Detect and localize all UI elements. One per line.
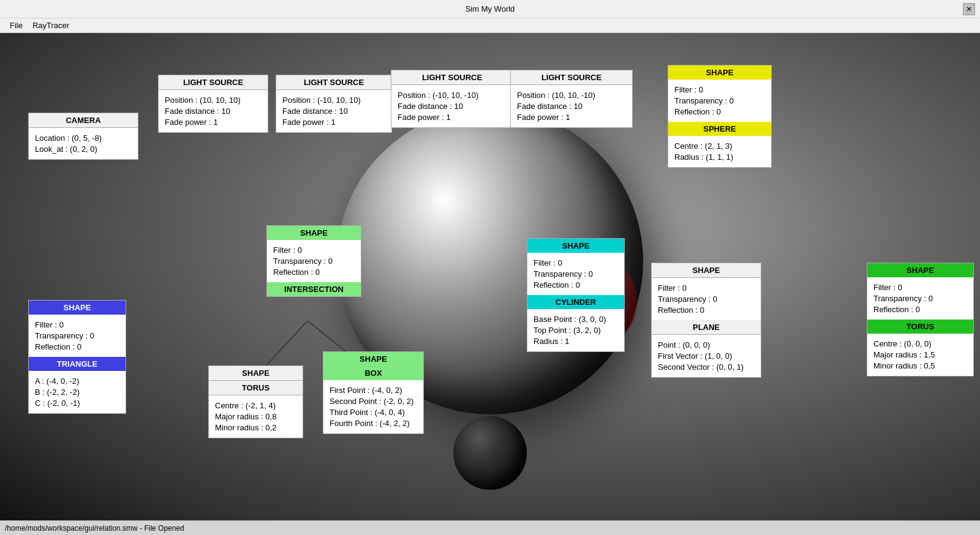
plane-second-vector: Second Vector : (0, 0, 1) bbox=[658, 362, 755, 372]
torus-outer-shape-header: SHAPE bbox=[867, 263, 973, 277]
ls3-fade-power: Fade power : 1 bbox=[398, 113, 507, 122]
intersection-shape-header: SHAPE bbox=[267, 226, 361, 240]
ls1-position: Position : (10, 10, 10) bbox=[165, 95, 262, 105]
ls1-fade-dist: Fade distance : 10 bbox=[165, 107, 262, 116]
cylinder-shape-header: SHAPE bbox=[527, 239, 624, 253]
ls3-position: Position : (-10, 10, -10) bbox=[398, 91, 507, 100]
torus-outer-minor: Minor radius : 0,5 bbox=[873, 361, 967, 370]
light-source-3: LIGHT SOURCE Position : (-10, 10, -10) F… bbox=[391, 70, 513, 128]
box-third-point: Third Point : (-4, 0, 4) bbox=[330, 408, 417, 417]
plane-filter: Filter : 0 bbox=[658, 283, 755, 293]
shape-sphere-transparency: Transparency : 0 bbox=[674, 96, 765, 105]
torus-outer-transparency: Transparency : 0 bbox=[873, 294, 967, 303]
cylinder-radius: Radius : 1 bbox=[533, 337, 618, 346]
cylinder-reflection: Reflection : 0 bbox=[533, 280, 618, 290]
plane-transparency: Transparency : 0 bbox=[658, 294, 755, 304]
light-source-1: LIGHT SOURCE Position : (10, 10, 10) Fad… bbox=[158, 75, 268, 133]
plane-reflection: Reflection : 0 bbox=[658, 305, 755, 315]
shape-sphere-shape-header: SHAPE bbox=[668, 65, 771, 80]
ls4-position: Position : (10, 10, -10) bbox=[517, 91, 626, 100]
sphere-radius: Radius : (1, 1, 1) bbox=[674, 152, 765, 162]
status-text: /home/mods/workspace/gui/relation.smw - … bbox=[5, 524, 184, 533]
shape-sphere-card: SHAPE Filter : 0 Transparency : 0 Reflec… bbox=[668, 65, 772, 168]
shape-box-card: SHAPE BOX First Point : (-4, 0, 2) Secon… bbox=[323, 351, 424, 434]
torus-outer-reflection: Reflection : 0 bbox=[873, 305, 967, 314]
camera-header: CAMERA bbox=[29, 113, 138, 128]
torus-inner-subheader: TORUS bbox=[209, 381, 303, 395]
window-title: Sim My World bbox=[466, 4, 515, 13]
light-source-4: LIGHT SOURCE Position : (10, 10, -10) Fa… bbox=[510, 70, 633, 128]
cylinder-base-point: Base Point : (3, 0, 0) bbox=[533, 315, 618, 324]
sphere-centre: Centre : (2, 1, 3) bbox=[674, 141, 765, 151]
cylinder-top-point: Top Point : (3, 2, 0) bbox=[533, 326, 618, 335]
menu-file[interactable]: File bbox=[5, 21, 28, 30]
ls4-fade-dist: Fade distance : 10 bbox=[517, 102, 626, 111]
ls2-header: LIGHT SOURCE bbox=[276, 75, 391, 90]
close-button[interactable]: ✕ bbox=[963, 3, 975, 15]
shape-triangle-card: SHAPE Filter : 0 Transparency : 0 Reflec… bbox=[28, 300, 126, 414]
box-subheader: BOX bbox=[323, 366, 423, 380]
plane-subheader: PLANE bbox=[652, 320, 761, 335]
triangle-reflection: Reflection : 0 bbox=[35, 342, 119, 351]
torus-outer-major: Major radius : 1,5 bbox=[873, 350, 967, 359]
intersection-reflection: Reflection : 0 bbox=[273, 268, 355, 277]
torus-outer-subheader: TORUS bbox=[867, 320, 973, 334]
box-second-point: Second Point : (-2, 0, 2) bbox=[330, 397, 417, 406]
ls2-position: Position : (-10, 10, 10) bbox=[282, 95, 385, 105]
ls1-header: LIGHT SOURCE bbox=[159, 75, 268, 90]
torus-inner-minor: Minor radius : 0,2 bbox=[215, 423, 296, 432]
triangle-filter: Filter : 0 bbox=[35, 320, 119, 329]
shape-sphere-reflection: Reflection : 0 bbox=[674, 107, 765, 116]
triangle-transparency: Transparency : 0 bbox=[35, 331, 119, 340]
ls4-fade-power: Fade power : 1 bbox=[517, 113, 626, 122]
plane-first-vector: First Vector : (1, 0, 0) bbox=[658, 351, 755, 361]
ls3-header: LIGHT SOURCE bbox=[391, 70, 513, 85]
camera-look-at: Look_at : (0, 2, 0) bbox=[35, 144, 132, 154]
camera-location: Location : (0, 5, -8) bbox=[35, 133, 132, 143]
plane-point: Point : (0, 0, 0) bbox=[658, 340, 755, 350]
triangle-subheader: TRIANGLE bbox=[29, 357, 126, 371]
title-bar: Sim My World ✕ bbox=[0, 0, 980, 18]
shape-plane-card: SHAPE Filter : 0 Transparency : 0 Reflec… bbox=[651, 263, 761, 378]
triangle-b: B : (-2, 2, -2) bbox=[35, 387, 119, 397]
ls4-header: LIGHT SOURCE bbox=[511, 70, 632, 85]
shape-sphere-filter: Filter : 0 bbox=[674, 85, 765, 94]
ls1-fade-power: Fade power : 1 bbox=[165, 118, 262, 127]
bottom-sphere bbox=[453, 416, 527, 490]
menu-bar: File RayTracer bbox=[0, 18, 980, 33]
plane-shape-header: SHAPE bbox=[652, 263, 761, 278]
shape-intersection-card: SHAPE Filter : 0 Transparency : 0 Reflec… bbox=[266, 225, 361, 297]
box-first-point: First Point : (-4, 0, 2) bbox=[330, 386, 417, 395]
sphere-subheader: SPHERE bbox=[668, 122, 771, 136]
shape-torus-inner-card: SHAPE TORUS Centre : (-2, 1, 4) Major ra… bbox=[208, 365, 303, 438]
status-bar: /home/mods/workspace/gui/relation.smw - … bbox=[0, 520, 980, 535]
torus-inner-shape-header: SHAPE bbox=[209, 366, 303, 381]
torus-outer-centre: Centre : (0, 0, 0) bbox=[873, 339, 967, 348]
shape-cylinder-card: SHAPE Filter : 0 Transparency : 0 Reflec… bbox=[527, 238, 625, 352]
torus-inner-centre: Centre : (-2, 1, 4) bbox=[215, 401, 296, 410]
shape-torus-outer-card: SHAPE Filter : 0 Transparency : 0 Reflec… bbox=[867, 263, 974, 376]
intersection-filter: Filter : 0 bbox=[273, 245, 355, 255]
box-fourth-point: Fourth Point : (-4, 2, 2) bbox=[330, 419, 417, 428]
cylinder-subheader: CYLINDER bbox=[527, 295, 624, 309]
canvas-area: CAMERA Location : (0, 5, -8) Look_at : (… bbox=[0, 33, 980, 520]
triangle-a: A : (-4, 0, -2) bbox=[35, 376, 119, 386]
cylinder-transparency: Transparency : 0 bbox=[533, 269, 618, 279]
camera-card: CAMERA Location : (0, 5, -8) Look_at : (… bbox=[28, 113, 138, 160]
intersection-transparency: Transparency : 0 bbox=[273, 256, 355, 266]
triangle-c: C : (-2, 0, -1) bbox=[35, 398, 119, 408]
light-source-2: LIGHT SOURCE Position : (-10, 10, 10) Fa… bbox=[276, 75, 392, 133]
ls2-fade-power: Fade power : 1 bbox=[282, 118, 385, 127]
ls3-fade-dist: Fade distance : 10 bbox=[398, 102, 507, 111]
box-shape-header: SHAPE bbox=[323, 352, 423, 366]
cylinder-filter: Filter : 0 bbox=[533, 258, 618, 268]
menu-raytracer[interactable]: RayTracer bbox=[28, 21, 74, 30]
ls2-fade-dist: Fade distance : 10 bbox=[282, 107, 385, 116]
torus-inner-major: Major radius : 0,8 bbox=[215, 412, 296, 421]
torus-outer-filter: Filter : 0 bbox=[873, 283, 967, 292]
intersection-subheader: INTERSECTION bbox=[267, 282, 361, 296]
triangle-shape-header: SHAPE bbox=[29, 301, 126, 315]
